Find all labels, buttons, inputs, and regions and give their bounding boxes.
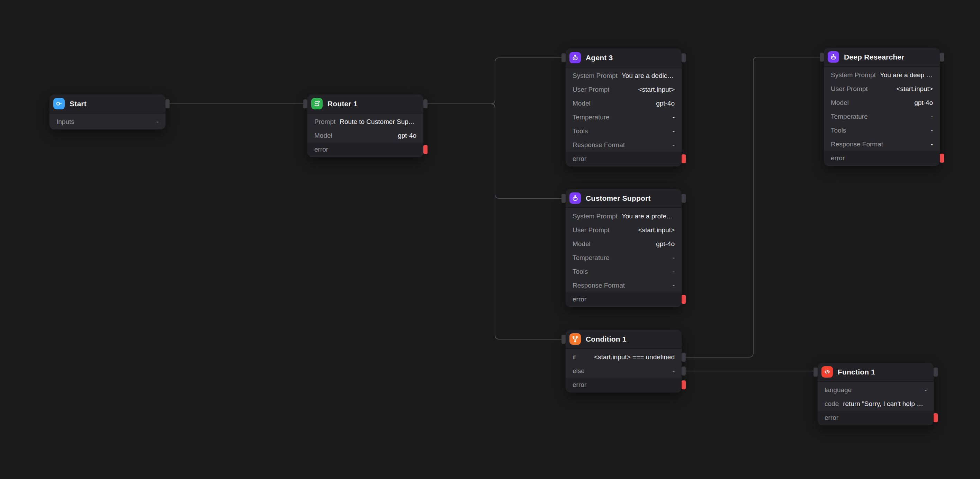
row-system-prompt[interactable]: System PromptYou are a deep res... xyxy=(824,68,940,82)
row-value: <start.input> xyxy=(638,226,675,234)
input-handle-customer-support[interactable] xyxy=(562,194,566,203)
row-system-prompt[interactable]: System PromptYou are a professio... xyxy=(566,209,682,223)
row-temperature[interactable]: Temperature- xyxy=(566,110,682,124)
row-value: You are a dedicate... xyxy=(622,72,675,80)
edge-router-1-to-customer-support[interactable] xyxy=(428,104,565,198)
row-value: You are a deep res... xyxy=(880,71,933,79)
node-customer-support[interactable]: Customer SupportSystem PromptYou are a p… xyxy=(566,189,682,307)
row-user-prompt[interactable]: User Prompt<start.input> xyxy=(566,83,682,97)
output-handle-deep-researcher[interactable] xyxy=(940,53,944,62)
edge-router-1-to-condition-1[interactable] xyxy=(428,104,565,339)
row-tools[interactable]: Tools- xyxy=(824,124,940,137)
output-handle-customer-support[interactable] xyxy=(682,194,686,203)
row-value: gpt-4o xyxy=(398,132,417,140)
row-if[interactable]: if<start.input> === undefined xyxy=(566,350,682,364)
edge-router-1-to-agent-3[interactable] xyxy=(428,58,565,104)
row-user-prompt[interactable]: User Prompt<start.input> xyxy=(824,82,940,96)
output-handle-function-1[interactable] xyxy=(934,368,938,377)
node-title: Router 1 xyxy=(328,100,358,108)
node-header-condition-1[interactable]: Condition 1 xyxy=(566,330,682,349)
node-title: Function 1 xyxy=(838,368,875,376)
node-header-start[interactable]: Start xyxy=(49,94,165,113)
row-code[interactable]: codereturn "Sorry, I can't help with ... xyxy=(818,397,934,411)
row-system-prompt[interactable]: System PromptYou are a dedicate... xyxy=(566,69,682,83)
row-else[interactable]: else- xyxy=(566,364,682,378)
row-error[interactable]: error xyxy=(824,151,940,165)
row-error[interactable]: error xyxy=(566,152,682,166)
row-error[interactable]: error xyxy=(566,293,682,306)
node-router-1[interactable]: Router 1PromptRoute to Customer Suppo...… xyxy=(307,94,423,157)
error-handle-function-1[interactable] xyxy=(934,413,938,422)
error-handle-agent-3[interactable] xyxy=(682,154,686,163)
node-header-agent-3[interactable]: Agent 3 xyxy=(566,48,682,67)
node-header-function-1[interactable]: Function 1 xyxy=(818,363,934,382)
row-label: Inputs xyxy=(56,118,75,126)
row-label: User Prompt xyxy=(831,85,868,93)
edge-condition-1-if-to-deep-researcher[interactable] xyxy=(686,57,824,357)
row-response-format[interactable]: Response Format- xyxy=(824,137,940,151)
output-handle-condition-1-else[interactable] xyxy=(682,366,686,376)
row-label: User Prompt xyxy=(573,86,609,94)
node-agent-3[interactable]: Agent 3System PromptYou are a dedicate..… xyxy=(566,48,682,167)
row-value: - xyxy=(673,254,675,262)
row-response-format[interactable]: Response Format- xyxy=(566,278,682,293)
row-label: error xyxy=(573,381,586,389)
row-error[interactable]: error xyxy=(307,143,423,156)
row-temperature[interactable]: Temperature- xyxy=(566,251,682,265)
row-value: Route to Customer Suppo... xyxy=(340,118,417,126)
row-value: <start.input> xyxy=(896,85,933,93)
node-start[interactable]: StartInputs- xyxy=(49,94,165,129)
output-handle-condition-1-if[interactable] xyxy=(682,353,686,362)
flow-canvas[interactable]: StartInputs-Router 1PromptRoute to Custo… xyxy=(0,0,980,479)
node-body-function-1: language-codereturn "Sorry, I can't help… xyxy=(818,382,934,425)
output-handle-agent-3[interactable] xyxy=(682,53,686,62)
input-handle-condition-1[interactable] xyxy=(562,335,566,344)
row-value: - xyxy=(931,113,933,121)
row-language[interactable]: language- xyxy=(818,383,934,397)
node-header-deep-researcher[interactable]: Deep Researcher xyxy=(824,48,940,67)
row-inputs[interactable]: Inputs- xyxy=(49,115,165,129)
row-value: - xyxy=(931,127,933,134)
row-temperature[interactable]: Temperature- xyxy=(824,110,940,124)
output-handle-start[interactable] xyxy=(165,99,170,108)
row-label: Tools xyxy=(573,268,588,275)
input-handle-deep-researcher[interactable] xyxy=(820,53,824,62)
error-handle-condition-1[interactable] xyxy=(682,380,686,389)
merge-icon xyxy=(570,333,581,345)
node-body-deep-researcher: System PromptYou are a deep res...User P… xyxy=(824,67,940,166)
node-title: Agent 3 xyxy=(586,54,613,62)
input-handle-agent-3[interactable] xyxy=(562,53,566,62)
row-tools[interactable]: Tools- xyxy=(566,124,682,138)
bot-icon xyxy=(570,193,581,204)
row-label: code xyxy=(824,400,839,408)
node-header-customer-support[interactable]: Customer Support xyxy=(566,189,682,208)
row-label: Prompt xyxy=(314,118,336,126)
row-model[interactable]: Modelgpt-4o xyxy=(566,97,682,110)
input-handle-router-1[interactable] xyxy=(303,99,307,108)
error-handle-customer-support[interactable] xyxy=(682,295,686,304)
row-label: Model xyxy=(314,132,332,140)
row-model[interactable]: Modelgpt-4o xyxy=(307,129,423,143)
row-error[interactable]: error xyxy=(818,411,934,425)
row-user-prompt[interactable]: User Prompt<start.input> xyxy=(566,223,682,237)
row-label: Model xyxy=(831,99,849,107)
row-model[interactable]: Modelgpt-4o xyxy=(566,237,682,251)
node-condition-1[interactable]: Condition 1if<start.input> === undefined… xyxy=(566,330,682,393)
row-model[interactable]: Modelgpt-4o xyxy=(824,96,940,110)
input-handle-function-1[interactable] xyxy=(813,368,818,377)
output-handle-router-1[interactable] xyxy=(423,99,428,108)
row-prompt[interactable]: PromptRoute to Customer Suppo... xyxy=(307,115,423,129)
row-response-format[interactable]: Response Format- xyxy=(566,138,682,152)
node-function-1[interactable]: Function 1language-codereturn "Sorry, I … xyxy=(818,363,934,425)
node-deep-researcher[interactable]: Deep ResearcherSystem PromptYou are a de… xyxy=(824,48,940,166)
row-label: Response Format xyxy=(573,141,625,149)
node-header-router-1[interactable]: Router 1 xyxy=(307,94,423,113)
error-handle-router-1[interactable] xyxy=(423,145,428,154)
row-label: Model xyxy=(573,100,590,107)
row-value: <start.input> === undefined xyxy=(594,353,675,361)
row-tools[interactable]: Tools- xyxy=(566,265,682,278)
row-error[interactable]: error xyxy=(566,378,682,392)
route-icon xyxy=(311,98,323,109)
error-handle-deep-researcher[interactable] xyxy=(940,154,944,163)
row-label: Response Format xyxy=(831,140,883,148)
